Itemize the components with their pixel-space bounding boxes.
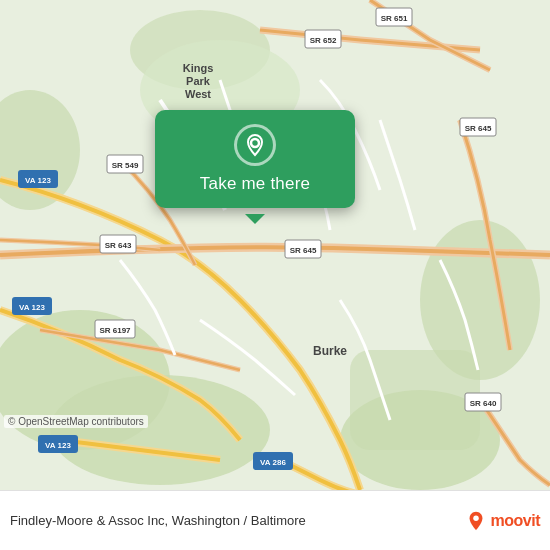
location-popup[interactable]: Take me there — [155, 110, 355, 208]
svg-text:SR 652: SR 652 — [310, 36, 337, 45]
svg-text:SR 643: SR 643 — [105, 241, 132, 250]
svg-point-2 — [50, 375, 270, 485]
svg-text:West: West — [185, 88, 211, 100]
popup-label: Take me there — [200, 174, 310, 194]
svg-text:Kings: Kings — [183, 62, 214, 74]
svg-rect-7 — [350, 350, 480, 450]
svg-text:Park: Park — [186, 75, 211, 87]
svg-point-39 — [473, 515, 479, 521]
svg-text:VA 123: VA 123 — [19, 303, 45, 312]
svg-text:SR 645: SR 645 — [465, 124, 492, 133]
svg-text:SR 6197: SR 6197 — [99, 326, 131, 335]
moovit-logo: moovit — [465, 510, 540, 532]
svg-text:SR 549: SR 549 — [112, 161, 139, 170]
osm-attribution: © OpenStreetMap contributors — [4, 415, 148, 428]
location-pin-icon — [243, 133, 267, 157]
svg-text:VA 286: VA 286 — [260, 458, 286, 467]
svg-text:SR 651: SR 651 — [381, 14, 408, 23]
svg-text:SR 645: SR 645 — [290, 246, 317, 255]
svg-text:VA 123: VA 123 — [45, 441, 71, 450]
svg-text:SR 640: SR 640 — [470, 399, 497, 408]
location-label: Findley-Moore & Assoc Inc, Washington / … — [10, 513, 457, 528]
svg-point-38 — [251, 139, 259, 147]
moovit-brand-text: moovit — [491, 512, 540, 530]
svg-text:VA 123: VA 123 — [25, 176, 51, 185]
moovit-pin-icon — [465, 510, 487, 532]
pin-circle — [234, 124, 276, 166]
svg-text:Burke: Burke — [313, 344, 347, 358]
map-view: VA 123 VA 123 VA 123 VA 286 SR 651 SR 65… — [0, 0, 550, 490]
footer-bar: Findley-Moore & Assoc Inc, Washington / … — [0, 490, 550, 550]
